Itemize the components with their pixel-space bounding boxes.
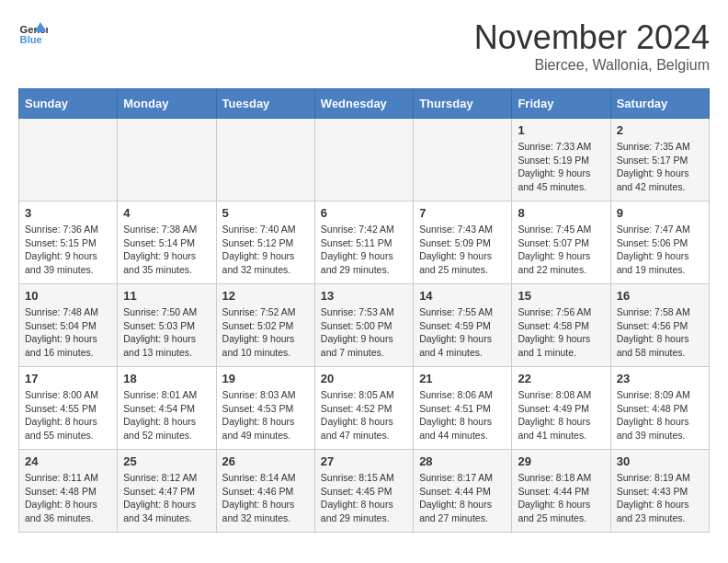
day-info: Sunrise: 8:05 AMSunset: 4:52 PMDaylight:…: [321, 388, 407, 442]
day-info: Sunrise: 7:58 AMSunset: 4:56 PMDaylight:…: [617, 305, 703, 360]
day-number: 7: [419, 206, 506, 220]
day-number: 28: [419, 454, 506, 468]
calendar-cell: 11Sunrise: 7:50 AMSunset: 5:03 PMDayligh…: [118, 284, 216, 367]
day-number: 30: [617, 454, 703, 468]
title-area: November 2024 Biercee, Wallonia, Belgium: [474, 18, 710, 74]
day-info: Sunrise: 8:09 AMSunset: 4:48 PMDaylight:…: [617, 388, 703, 442]
calendar-cell: 23Sunrise: 8:09 AMSunset: 4:48 PMDayligh…: [610, 367, 709, 450]
day-info: Sunrise: 7:38 AMSunset: 5:14 PMDaylight:…: [123, 223, 210, 277]
day-number: 26: [222, 454, 309, 468]
day-number: 15: [518, 289, 604, 303]
calendar-cell: 16Sunrise: 7:58 AMSunset: 4:56 PMDayligh…: [610, 284, 709, 367]
day-info: Sunrise: 7:42 AMSunset: 5:11 PMDaylight:…: [321, 223, 407, 277]
day-number: 24: [25, 454, 111, 468]
calendar-cell: 8Sunrise: 7:45 AMSunset: 5:07 PMDaylight…: [512, 201, 610, 284]
weekday-header: Friday: [512, 89, 610, 119]
day-number: 10: [25, 289, 111, 303]
day-number: 14: [419, 289, 506, 303]
day-info: Sunrise: 7:35 AMSunset: 5:17 PMDaylight:…: [617, 140, 703, 194]
day-number: 8: [518, 206, 604, 220]
calendar-week-row: 24Sunrise: 8:11 AMSunset: 4:48 PMDayligh…: [19, 450, 710, 533]
day-info: Sunrise: 8:08 AMSunset: 4:49 PMDaylight:…: [518, 388, 604, 442]
calendar-cell: 20Sunrise: 8:05 AMSunset: 4:52 PMDayligh…: [314, 367, 413, 450]
calendar-week-row: 1Sunrise: 7:33 AMSunset: 5:19 PMDaylight…: [19, 119, 710, 201]
day-number: 18: [123, 372, 210, 385]
calendar-body: 1Sunrise: 7:33 AMSunset: 5:19 PMDaylight…: [19, 119, 710, 533]
day-info: Sunrise: 8:01 AMSunset: 4:54 PMDaylight:…: [123, 388, 210, 442]
weekday-header: Sunday: [19, 89, 118, 119]
calendar-cell: 24Sunrise: 8:11 AMSunset: 4:48 PMDayligh…: [19, 450, 118, 533]
month-title: November 2024: [474, 18, 710, 57]
day-info: Sunrise: 7:56 AMSunset: 4:58 PMDaylight:…: [518, 305, 604, 360]
calendar-week-row: 17Sunrise: 8:00 AMSunset: 4:55 PMDayligh…: [19, 367, 710, 450]
calendar-cell: 10Sunrise: 7:48 AMSunset: 5:04 PMDayligh…: [19, 284, 118, 367]
day-number: 27: [321, 454, 407, 468]
calendar-cell: 19Sunrise: 8:03 AMSunset: 4:53 PMDayligh…: [216, 367, 314, 450]
svg-text:Blue: Blue: [20, 34, 42, 45]
calendar-cell: 29Sunrise: 8:18 AMSunset: 4:44 PMDayligh…: [512, 450, 610, 533]
weekday-header: Wednesday: [314, 89, 413, 119]
day-info: Sunrise: 7:45 AMSunset: 5:07 PMDaylight:…: [518, 223, 604, 277]
calendar-cell: 7Sunrise: 7:43 AMSunset: 5:09 PMDaylight…: [414, 201, 512, 284]
day-info: Sunrise: 8:00 AMSunset: 4:55 PMDaylight:…: [25, 388, 111, 442]
weekday-header: Tuesday: [216, 89, 314, 119]
calendar-cell: 4Sunrise: 7:38 AMSunset: 5:14 PMDaylight…: [118, 201, 216, 284]
day-info: Sunrise: 8:17 AMSunset: 4:44 PMDaylight:…: [419, 471, 506, 525]
day-number: 20: [321, 372, 407, 385]
calendar-cell: 25Sunrise: 8:12 AMSunset: 4:47 PMDayligh…: [118, 450, 216, 533]
calendar-cell: [19, 119, 118, 201]
day-info: Sunrise: 7:52 AMSunset: 5:02 PMDaylight:…: [222, 305, 309, 360]
day-number: 12: [222, 289, 309, 303]
calendar-cell: 15Sunrise: 7:56 AMSunset: 4:58 PMDayligh…: [512, 284, 610, 367]
day-number: 17: [25, 372, 111, 385]
calendar-week-row: 10Sunrise: 7:48 AMSunset: 5:04 PMDayligh…: [19, 284, 710, 367]
calendar-table: SundayMondayTuesdayWednesdayThursdayFrid…: [18, 88, 710, 533]
day-info: Sunrise: 8:06 AMSunset: 4:51 PMDaylight:…: [419, 388, 506, 442]
day-info: Sunrise: 7:36 AMSunset: 5:15 PMDaylight:…: [25, 223, 111, 277]
logo: General Blue: [18, 18, 48, 48]
day-info: Sunrise: 7:40 AMSunset: 5:12 PMDaylight:…: [222, 223, 309, 277]
day-number: 13: [321, 289, 407, 303]
day-info: Sunrise: 7:50 AMSunset: 5:03 PMDaylight:…: [123, 305, 210, 360]
day-info: Sunrise: 8:15 AMSunset: 4:45 PMDaylight:…: [321, 471, 407, 525]
day-number: 19: [222, 372, 309, 385]
day-info: Sunrise: 8:18 AMSunset: 4:44 PMDaylight:…: [518, 471, 604, 525]
calendar-cell: [216, 119, 314, 201]
header: General Blue November 2024 Biercee, Wall…: [18, 18, 710, 74]
calendar-cell: 6Sunrise: 7:42 AMSunset: 5:11 PMDaylight…: [314, 201, 413, 284]
calendar-cell: 21Sunrise: 8:06 AMSunset: 4:51 PMDayligh…: [414, 367, 512, 450]
calendar-header-row: SundayMondayTuesdayWednesdayThursdayFrid…: [19, 89, 710, 119]
day-number: 1: [518, 123, 604, 137]
day-info: Sunrise: 8:14 AMSunset: 4:46 PMDaylight:…: [222, 471, 309, 525]
day-info: Sunrise: 8:03 AMSunset: 4:53 PMDaylight:…: [222, 388, 309, 442]
day-number: 23: [617, 372, 703, 385]
day-info: Sunrise: 7:47 AMSunset: 5:06 PMDaylight:…: [617, 223, 703, 277]
calendar-cell: 3Sunrise: 7:36 AMSunset: 5:15 PMDaylight…: [19, 201, 118, 284]
calendar-cell: 12Sunrise: 7:52 AMSunset: 5:02 PMDayligh…: [216, 284, 314, 367]
calendar-cell: [118, 119, 216, 201]
day-number: 16: [617, 289, 703, 303]
calendar-cell: 17Sunrise: 8:00 AMSunset: 4:55 PMDayligh…: [19, 367, 118, 450]
day-info: Sunrise: 8:11 AMSunset: 4:48 PMDaylight:…: [25, 471, 111, 525]
day-info: Sunrise: 7:43 AMSunset: 5:09 PMDaylight:…: [419, 223, 506, 277]
day-number: 25: [123, 454, 210, 468]
calendar-cell: [314, 119, 413, 201]
day-info: Sunrise: 7:33 AMSunset: 5:19 PMDaylight:…: [518, 140, 604, 194]
weekday-header: Thursday: [414, 89, 512, 119]
day-info: Sunrise: 7:55 AMSunset: 4:59 PMDaylight:…: [419, 305, 506, 360]
calendar-cell: 28Sunrise: 8:17 AMSunset: 4:44 PMDayligh…: [414, 450, 512, 533]
day-number: 3: [25, 206, 111, 220]
day-number: 2: [617, 123, 703, 137]
calendar-cell: 30Sunrise: 8:19 AMSunset: 4:43 PMDayligh…: [610, 450, 709, 533]
day-number: 4: [123, 206, 210, 220]
day-number: 11: [123, 289, 210, 303]
day-number: 29: [518, 454, 604, 468]
location-subtitle: Biercee, Wallonia, Belgium: [474, 57, 710, 74]
calendar-cell: 13Sunrise: 7:53 AMSunset: 5:00 PMDayligh…: [314, 284, 413, 367]
weekday-header: Monday: [118, 89, 216, 119]
day-number: 5: [222, 206, 309, 220]
day-info: Sunrise: 7:53 AMSunset: 5:00 PMDaylight:…: [321, 305, 407, 360]
calendar-cell: 2Sunrise: 7:35 AMSunset: 5:17 PMDaylight…: [610, 119, 709, 201]
day-info: Sunrise: 7:48 AMSunset: 5:04 PMDaylight:…: [25, 305, 111, 360]
calendar-week-row: 3Sunrise: 7:36 AMSunset: 5:15 PMDaylight…: [19, 201, 710, 284]
